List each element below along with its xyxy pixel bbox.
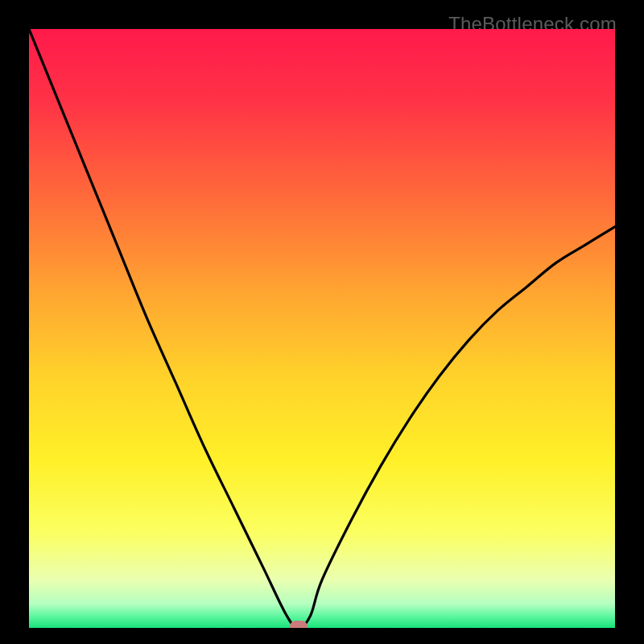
plot-area <box>29 29 615 628</box>
bottleneck-curve <box>29 29 615 628</box>
chart-frame: TheBottleneck.com <box>13 13 631 631</box>
optimum-marker <box>290 621 308 628</box>
